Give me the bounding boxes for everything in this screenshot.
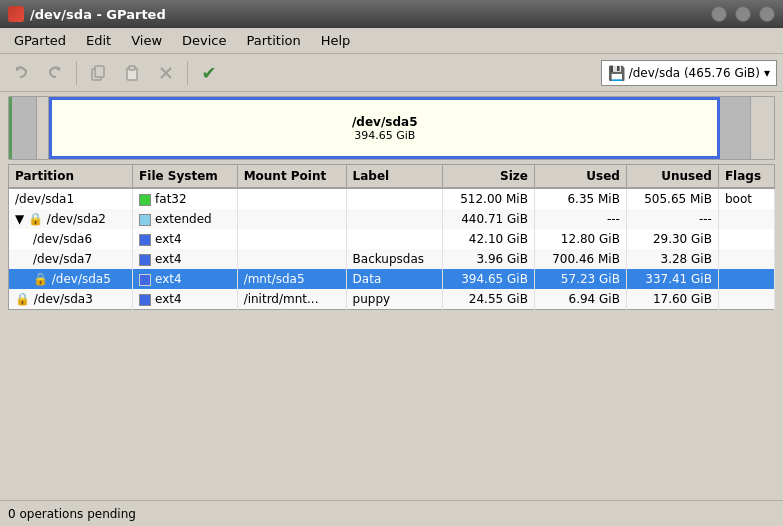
cell-used: 6.35 MiB (534, 188, 626, 209)
disk-seg-sda3[interactable] (720, 97, 751, 159)
table-row[interactable]: 🔒 /dev/sda3ext4/initrd/mnt...puppy24.55 … (9, 289, 775, 310)
cell-size: 24.55 GiB (442, 289, 534, 310)
chevron-down-icon: ▾ (764, 66, 770, 80)
col-header-size: Size (442, 165, 534, 189)
partition-table: Partition File System Mount Point Label … (8, 164, 775, 310)
cell-size: 42.10 GiB (442, 229, 534, 249)
cell-filesystem: ext4 (133, 249, 238, 269)
device-selector[interactable]: 💾 /dev/sda (465.76 GiB) ▾ (601, 60, 777, 86)
cell-size: 440.71 GiB (442, 209, 534, 229)
cell-used: 700.46 MiB (534, 249, 626, 269)
cell-label (346, 229, 442, 249)
disk-seg-sda5[interactable]: /dev/sda5 394.65 GiB (49, 97, 720, 159)
cell-partition: /dev/sda1 (9, 188, 133, 209)
gparted-icon (8, 6, 24, 22)
cell-filesystem: fat32 (133, 188, 238, 209)
cell-flags (718, 209, 774, 229)
cell-filesystem: extended (133, 209, 238, 229)
cell-mountpoint: /mnt/sda5 (237, 269, 346, 289)
cell-unused: --- (626, 209, 718, 229)
disk-seg-end (751, 97, 774, 159)
cell-flags (718, 249, 774, 269)
menu-edit[interactable]: Edit (76, 30, 121, 51)
svg-rect-3 (129, 66, 135, 70)
cell-flags: boot (718, 188, 774, 209)
hard-drive-icon: 💾 (608, 65, 625, 81)
cell-partition: /dev/sda7 (9, 249, 133, 269)
cell-partition: 🔒 /dev/sda3 (9, 289, 133, 310)
window-title: /dev/sda - GParted (30, 7, 166, 22)
cell-label: Data (346, 269, 442, 289)
close-button[interactable] (759, 6, 775, 22)
cell-flags (718, 289, 774, 310)
cell-mountpoint (237, 209, 346, 229)
menu-help[interactable]: Help (311, 30, 361, 51)
partition-rows: /dev/sda1fat32512.00 MiB6.35 MiB505.65 M… (9, 188, 775, 310)
cell-unused: 337.41 GiB (626, 269, 718, 289)
cell-mountpoint (237, 249, 346, 269)
cell-used: 57.23 GiB (534, 269, 626, 289)
disk-seg-sda5-size: 394.65 GiB (354, 129, 415, 142)
cell-filesystem: ext4 (133, 269, 238, 289)
titlebar-left: /dev/sda - GParted (8, 6, 166, 22)
menubar: GParted Edit View Device Partition Help (0, 28, 783, 54)
toolbar-separator-1 (76, 61, 77, 85)
menu-partition[interactable]: Partition (237, 30, 311, 51)
table-row[interactable]: 🔒 /dev/sda5ext4/mnt/sda5Data394.65 GiB57… (9, 269, 775, 289)
col-header-partition: Partition (9, 165, 133, 189)
cell-mountpoint: /initrd/mnt... (237, 289, 346, 310)
device-label: /dev/sda (465.76 GiB) (629, 66, 760, 80)
paste-button[interactable] (117, 59, 147, 87)
titlebar-controls (711, 6, 775, 22)
cell-unused: 505.65 MiB (626, 188, 718, 209)
col-header-filesystem: File System (133, 165, 238, 189)
undo-button[interactable] (6, 59, 36, 87)
cell-unused: 3.28 GiB (626, 249, 718, 269)
cell-size: 3.96 GiB (442, 249, 534, 269)
toolbar-separator-2 (187, 61, 188, 85)
cell-flags (718, 229, 774, 249)
table-row[interactable]: ▼ 🔒 /dev/sda2extended440.71 GiB------ (9, 209, 775, 229)
cell-size: 394.65 GiB (442, 269, 534, 289)
maximize-button[interactable] (735, 6, 751, 22)
paste-icon (123, 64, 141, 82)
copy-icon (89, 64, 107, 82)
disk-seg-sda2-start (37, 97, 49, 159)
menu-gparted[interactable]: GParted (4, 30, 76, 51)
status-text: 0 operations pending (8, 507, 136, 521)
minimize-button[interactable] (711, 6, 727, 22)
cell-unused: 17.60 GiB (626, 289, 718, 310)
table-row[interactable]: /dev/sda6ext442.10 GiB12.80 GiB29.30 GiB (9, 229, 775, 249)
cell-used: 12.80 GiB (534, 229, 626, 249)
checkmark-icon: ✔ (201, 62, 216, 83)
cell-label (346, 209, 442, 229)
cell-used: 6.94 GiB (534, 289, 626, 310)
redo-icon (46, 64, 64, 82)
menu-view[interactable]: View (121, 30, 172, 51)
disk-seg-sda1[interactable] (9, 97, 37, 159)
undo-icon (12, 64, 30, 82)
copy-button[interactable] (83, 59, 113, 87)
delete-button[interactable] (151, 59, 181, 87)
col-header-used: Used (534, 165, 626, 189)
titlebar: /dev/sda - GParted (0, 0, 783, 28)
table-row[interactable]: /dev/sda1fat32512.00 MiB6.35 MiB505.65 M… (9, 188, 775, 209)
cell-label (346, 188, 442, 209)
svg-rect-1 (95, 66, 104, 77)
cell-partition: ▼ 🔒 /dev/sda2 (9, 209, 133, 229)
cell-size: 512.00 MiB (442, 188, 534, 209)
cell-filesystem: ext4 (133, 229, 238, 249)
delete-icon (157, 64, 175, 82)
disk-visual: /dev/sda5 394.65 GiB (8, 96, 775, 160)
cell-mountpoint (237, 188, 346, 209)
table-row[interactable]: /dev/sda7ext4Backupsdas3.96 GiB700.46 Mi… (9, 249, 775, 269)
redo-button[interactable] (40, 59, 70, 87)
cell-label: puppy (346, 289, 442, 310)
statusbar: 0 operations pending (0, 500, 783, 526)
cell-partition: /dev/sda6 (9, 229, 133, 249)
table-header-row: Partition File System Mount Point Label … (9, 165, 775, 189)
cell-label: Backupsdas (346, 249, 442, 269)
cell-mountpoint (237, 229, 346, 249)
menu-device[interactable]: Device (172, 30, 236, 51)
apply-button[interactable]: ✔ (194, 59, 224, 87)
